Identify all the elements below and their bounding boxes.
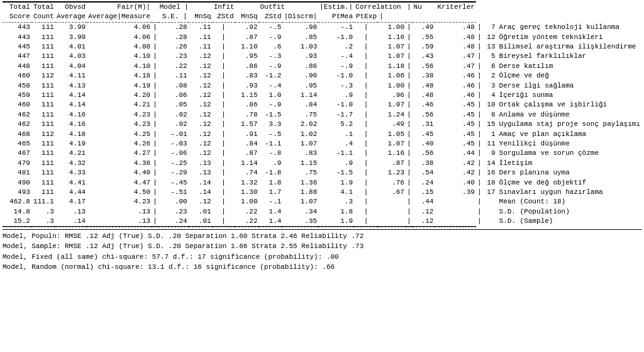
cell-sep5: | [476, 52, 483, 61]
sum-sep3: | [354, 207, 378, 217]
sum-sep5: | [476, 207, 483, 217]
cell-ptmea: .49 [413, 23, 435, 32]
cell-score: 448 [3, 62, 31, 71]
cell-label: Bireysel farklılıklar [497, 52, 641, 61]
cell-outfit-mnsq: 1.07 [282, 139, 318, 149]
table-row: 460 111 4.14 4.21 | .05 .12 | .86 -.9 .8… [3, 100, 641, 110]
cell-outfit-zstd: .9 [318, 91, 354, 100]
cell-sep3: | [354, 42, 378, 52]
cell-count: 111 [31, 33, 55, 42]
cell-infit-mnsq: .78 [235, 110, 259, 120]
cell-infit-mnsq: 1.32 [235, 178, 259, 188]
cell-se: .14 [189, 178, 213, 188]
cell-sep3: | [354, 71, 378, 81]
cell-sep3: | [354, 168, 378, 178]
cell-sep1: | [152, 159, 158, 168]
cell-infit-mnsq: .95 [235, 52, 259, 61]
cell-outfit-zstd: 4.1 [318, 188, 354, 197]
cell-measure: .08 [158, 81, 189, 91]
header-row-1: Total Total Obvsd Fair(M)| Model | Infit… [3, 2, 641, 12]
col-sep-header: | [406, 2, 413, 12]
cell-infit-mnsq: 1.10 [235, 42, 259, 52]
cell-sep1: | [152, 149, 158, 158]
col-subheader-outfit-mnsq: MnSq [235, 12, 259, 22]
cell-outfit-zstd: -1.0 [318, 71, 354, 81]
col-header-estim: |Estim.| [318, 2, 354, 12]
cell-ptmea: .24 [413, 178, 435, 188]
cell-infit-mnsq: .87 [235, 149, 259, 158]
cell-sep1: | [152, 52, 158, 61]
cell-sep3: | [354, 110, 378, 120]
cell-sep4: | [406, 130, 413, 139]
cell-se: .11 [189, 33, 213, 42]
cell-fair: 4.10 [87, 62, 152, 71]
cell-ptmea: .15 [413, 188, 435, 197]
cell-ptmea: .56 [413, 62, 435, 71]
cell-fair: 4.40 [87, 168, 152, 178]
cell-nu: 1 [483, 130, 497, 139]
cell-outfit-mnsq: 1.36 [282, 178, 318, 188]
sum-sep3: | [354, 217, 378, 227]
sum-se: .12 [189, 197, 213, 207]
sum-ptexp [435, 207, 475, 217]
cell-discrm: 1.16 [378, 149, 406, 158]
cell-infit-mnsq: .93 [235, 81, 259, 91]
cell-discrm: 1.07 [378, 52, 406, 61]
cell-sep4: | [406, 52, 413, 61]
cell-infit-zstd: -1.1 [259, 139, 283, 149]
cell-discrm: 1.05 [378, 130, 406, 139]
sum-sep1: | [152, 197, 158, 207]
cell-score: 462 [3, 120, 31, 129]
cell-avg: 4.13 [55, 81, 87, 91]
footer-line: Model, Populn: RMSE .12 Adj (True) S.D. … [3, 231, 641, 242]
cell-sep5: | [476, 71, 483, 81]
cell-measure: -.25 [158, 159, 189, 168]
cell-sep4: | [406, 81, 413, 91]
cell-ptexp: .47 [435, 52, 475, 61]
cell-sep5: | [476, 120, 483, 129]
sum-sep4: | [406, 217, 413, 227]
cell-nu: 15 [483, 120, 497, 129]
cell-sep2: | [213, 42, 235, 52]
cell-avg: 4.21 [55, 149, 87, 158]
cell-outfit-mnsq: 1.15 [282, 159, 318, 168]
cell-sep4: | [406, 23, 413, 32]
cell-infit-mnsq: .86 [235, 62, 259, 71]
cell-infit-mnsq: .86 [235, 100, 259, 110]
cell-outfit-zstd: 1.9 [318, 178, 354, 188]
cell-measure: .05 [158, 100, 189, 110]
cell-avg: 4.44 [55, 188, 87, 197]
cell-count: 111 [31, 100, 55, 110]
cell-fair: 4.18 [87, 71, 152, 81]
cell-nu: 6 [483, 62, 497, 71]
sum-discrm [378, 197, 406, 207]
cell-outfit-mnsq: .93 [282, 52, 318, 61]
col-header-nu: Nu [413, 2, 435, 12]
table-row: 459 111 4.14 4.20 | .06 .12 | 1.15 1.0 1… [3, 91, 641, 100]
cell-outfit-mnsq: .83 [282, 149, 318, 158]
cell-infit-zstd: -.5 [259, 23, 283, 32]
cell-nu: 9 [483, 149, 497, 158]
sum-fair: 4.23 [87, 197, 152, 207]
table-row: 445 111 4.01 4.08 | .26 .11 | 1.10 .6 1.… [3, 42, 641, 52]
cell-sep5: | [476, 81, 483, 91]
cell-fair: 4.50 [87, 188, 152, 197]
cell-score: 468 [3, 130, 31, 139]
cell-label: Ölçme ve değ [497, 71, 641, 81]
cell-discrm: 1.18 [378, 62, 406, 71]
cell-infit-mnsq: .91 [235, 130, 259, 139]
cell-se: .12 [189, 139, 213, 149]
table-body: 443 111 3.99 4.06 | .28 .11 | .92 -.5 .9… [3, 23, 641, 197]
cell-ptexp: .45 [435, 139, 475, 149]
sum-outfit-zstd: .3 [318, 197, 354, 207]
col-subheader-average: Average [55, 12, 87, 22]
data-table: Total Total Obvsd Fair(M)| Model | Infit… [3, 1, 641, 228]
table-row: 493 111 4.44 4.50 | -.51 .14 | 1.30 1.7 … [3, 188, 641, 197]
cell-measure: -.06 [158, 149, 189, 158]
cell-fair: 4.21 [87, 100, 152, 110]
cell-sep1: | [152, 139, 158, 149]
cell-nu: 14 [483, 159, 497, 168]
col-subheader-nu [406, 12, 413, 22]
sum-measure: .24 [158, 217, 189, 227]
sum-score: 15.2 [3, 217, 31, 227]
